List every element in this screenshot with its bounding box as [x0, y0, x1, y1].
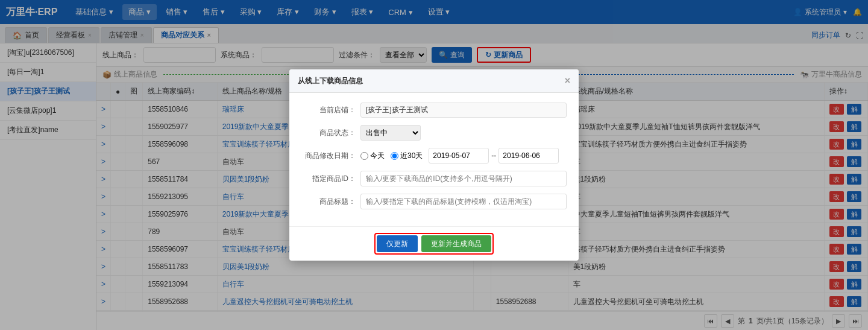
shop-value: [孩子王]孩子王测试 — [360, 103, 567, 118]
status-select[interactable]: 出售中 已下架 全部 — [360, 125, 421, 141]
date-from-input[interactable] — [429, 148, 489, 163]
dialog-close-btn[interactable]: × — [565, 75, 570, 86]
form-row-product-id: 指定商品ID： — [301, 171, 567, 186]
radio-30days[interactable]: 近30天 — [391, 151, 423, 161]
product-id-label: 指定商品ID： — [301, 174, 356, 184]
radio-today[interactable]: 今天 — [360, 151, 385, 161]
keyword-input[interactable] — [360, 194, 567, 209]
form-row-shop: 当前店铺： [孩子王]孩子王测试 — [301, 103, 567, 118]
date-separator: -- — [491, 151, 496, 160]
keyword-label: 商品标题： — [301, 197, 356, 207]
form-row-date: 商品修改日期： 今天 近30天 -- — [301, 148, 567, 163]
radio-30days-input[interactable] — [391, 152, 398, 160]
update-only-btn[interactable]: 仅更新 — [377, 235, 418, 252]
status-label: 商品状态： — [301, 128, 356, 138]
dialog-title: 从线上下载商品信息 — [298, 76, 363, 86]
radio-30days-label: 近30天 — [400, 151, 423, 161]
form-row-keyword: 商品标题： — [301, 194, 567, 209]
date-range-inputs: -- — [429, 148, 559, 163]
date-label: 商品修改日期： — [301, 151, 356, 161]
form-row-status: 商品状态： 出售中 已下架 全部 — [301, 125, 567, 141]
dialog-overlay: 从线上下载商品信息 × 当前店铺： [孩子王]孩子王测试 商品状态： 出售中 已… — [0, 0, 868, 330]
dialog-body: 当前店铺： [孩子王]孩子王测试 商品状态： 出售中 已下架 全部 商品修改日期… — [289, 93, 579, 226]
update-create-btn[interactable]: 更新并生成商品 — [421, 235, 491, 252]
date-to-input[interactable] — [498, 148, 559, 163]
product-id-input[interactable] — [360, 171, 567, 186]
dialog-footer: 仅更新 更新并生成商品 — [289, 226, 579, 261]
radio-today-input[interactable] — [360, 152, 368, 160]
footer-highlight-box: 仅更新 更新并生成商品 — [374, 233, 494, 255]
date-radio-group: 今天 近30天 -- — [360, 148, 567, 163]
radio-today-label: 今天 — [370, 151, 385, 161]
dialog-header: 从线上下载商品信息 × — [289, 69, 579, 93]
shop-label: 当前店铺： — [301, 105, 356, 115]
download-product-dialog: 从线上下载商品信息 × 当前店铺： [孩子王]孩子王测试 商品状态： 出售中 已… — [289, 69, 579, 261]
